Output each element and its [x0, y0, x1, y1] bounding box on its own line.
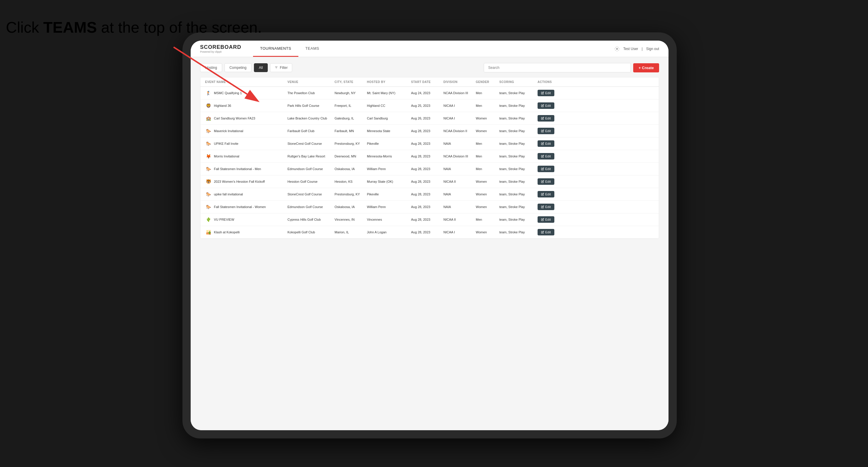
division-cell: NCAA Division III — [443, 91, 476, 95]
event-name-text: Highland 36 — [214, 104, 231, 107]
edit-button[interactable]: Edit — [537, 153, 554, 159]
division-cell: NICAA I — [443, 230, 476, 234]
pencil-icon — [541, 142, 544, 145]
edit-button[interactable]: Edit — [537, 128, 554, 134]
edit-button[interactable]: Edit — [537, 90, 554, 96]
division-cell: NAIA — [443, 205, 476, 209]
event-name-cell: 🐯 2023 Women's Hesston Fall Kickoff — [205, 178, 287, 185]
content-area: Hosting Competing All Filter + Create EV… — [191, 57, 669, 430]
table-row: 🦁 Highland 36 Park Hills Golf Course Fre… — [200, 99, 659, 112]
table-row: 🐎 upike fall invitational StoneCrest Gol… — [200, 188, 659, 201]
event-name-text: Morris Invitational — [214, 155, 239, 158]
edit-button[interactable]: Edit — [537, 216, 554, 223]
pencil-icon — [541, 92, 544, 94]
edit-button[interactable]: Edit — [537, 102, 554, 109]
instruction-text: Click TEAMS at the top of the screen. — [6, 18, 262, 38]
table-row: 🐎 Maverick Invitational Faribault Golf C… — [200, 125, 659, 137]
logo-area: SCOREBOARD Powered by clippit — [200, 44, 241, 53]
actions-cell: Edit — [537, 128, 564, 134]
tab-teams[interactable]: TEAMS — [298, 41, 326, 57]
hosting-filter-btn[interactable]: Hosting — [200, 63, 222, 72]
event-name-text: UPIKE Fall Invite — [214, 142, 238, 145]
event-name-cell: 🐎 upike fall invitational — [205, 191, 287, 197]
tablet-frame: SCOREBOARD Powered by clippit TOURNAMENT… — [182, 32, 677, 438]
event-name-cell: 🦊 Morris Invitational — [205, 153, 287, 159]
table-row: 🏫 Carl Sandburg Women FA23 Lake Bracken … — [200, 112, 659, 125]
user-name: Test User — [623, 47, 638, 51]
edit-button[interactable]: Edit — [537, 141, 554, 147]
settings-icon[interactable] — [614, 46, 620, 52]
event-icon: 🏌️ — [205, 90, 212, 96]
app-header: SCOREBOARD Powered by clippit TOURNAMENT… — [191, 41, 669, 57]
header-right: Test User | Sign out — [614, 46, 659, 52]
table-row: 🐯 2023 Women's Hesston Fall Kickoff Hess… — [200, 176, 659, 188]
svg-point-2 — [616, 48, 618, 50]
separator: | — [642, 47, 643, 51]
table-row: 🏜️ Klash at Kokopelli Kokopelli Golf Clu… — [200, 226, 659, 239]
event-name-cell: 🏌️ MSMC Qualifying 1 — [205, 90, 287, 96]
event-name-text: Fall Statesmen Invitational - Women — [214, 205, 266, 209]
gender-cell: Women — [476, 129, 499, 133]
city-cell: Oskaloosa, IA — [335, 205, 367, 209]
col-gender: GENDER — [476, 80, 499, 84]
date-cell: Aug 28, 2023 — [411, 218, 443, 221]
venue-cell: Kokopelli Golf Club — [287, 230, 335, 234]
event-name-text: 2023 Women's Hesston Fall Kickoff — [214, 180, 265, 183]
all-filter-btn[interactable]: All — [254, 63, 268, 72]
scoring-cell: team, Stroke Play — [499, 205, 537, 209]
pencil-icon — [541, 167, 544, 170]
gender-cell: Women — [476, 205, 499, 209]
search-input[interactable] — [484, 63, 631, 72]
edit-button[interactable]: Edit — [537, 115, 554, 122]
hosted-cell: Highland CC — [367, 104, 411, 107]
event-name-cell: 🦁 Highland 36 — [205, 102, 287, 109]
nav-tabs: TOURNAMENTS TEAMS — [253, 41, 326, 57]
edit-button[interactable]: Edit — [537, 191, 554, 197]
filter-btn[interactable]: Filter — [270, 63, 292, 72]
actions-cell: Edit — [537, 204, 564, 210]
gender-cell: Men — [476, 218, 499, 221]
scoring-cell: team, Stroke Play — [499, 129, 537, 133]
city-cell: Vincennes, IN — [335, 218, 367, 221]
gender-cell: Women — [476, 192, 499, 196]
tablet-screen: SCOREBOARD Powered by clippit TOURNAMENT… — [191, 41, 669, 430]
edit-button[interactable]: Edit — [537, 204, 554, 210]
date-cell: Aug 28, 2023 — [411, 129, 443, 133]
pencil-icon — [541, 218, 544, 221]
col-date: START DATE — [411, 80, 443, 84]
scoring-cell: team, Stroke Play — [499, 192, 537, 196]
event-name-cell: 🏜️ Klash at Kokopelli — [205, 229, 287, 236]
tab-tournaments[interactable]: TOURNAMENTS — [253, 41, 298, 57]
gender-cell: Men — [476, 104, 499, 107]
division-cell: NAIA — [443, 142, 476, 145]
hosted-cell: Murray State (OK) — [367, 180, 411, 183]
col-event-name: EVENT NAME — [205, 80, 287, 84]
pencil-icon — [541, 155, 544, 158]
pencil-icon — [541, 231, 544, 234]
create-button[interactable]: + Create — [633, 63, 659, 72]
division-cell: NICAA I — [443, 104, 476, 107]
actions-cell: Edit — [537, 102, 564, 109]
hosted-cell: William Penn — [367, 205, 411, 209]
sign-out-link[interactable]: Sign out — [646, 47, 659, 51]
division-cell: NICAA I — [443, 117, 476, 120]
scoring-cell: team, Stroke Play — [499, 104, 537, 107]
pencil-icon — [541, 117, 544, 120]
city-cell: Faribault, MN — [335, 129, 367, 133]
edit-button[interactable]: Edit — [537, 178, 554, 185]
scoring-cell: team, Stroke Play — [499, 155, 537, 158]
venue-cell: Lake Bracken Country Club — [287, 117, 335, 120]
edit-button[interactable]: Edit — [537, 166, 554, 172]
edit-button[interactable]: Edit — [537, 229, 554, 236]
hosted-cell: Vincennes — [367, 218, 411, 221]
scoring-cell: team, Stroke Play — [499, 167, 537, 171]
city-cell: Newburgh, NY — [335, 91, 367, 95]
event-icon: 🐎 — [205, 166, 212, 172]
gender-cell: Men — [476, 91, 499, 95]
venue-cell: StoneCrest Golf Course — [287, 192, 335, 196]
competing-filter-btn[interactable]: Competing — [224, 63, 252, 72]
actions-cell: Edit — [537, 178, 564, 185]
venue-cell: Park Hills Golf Course — [287, 104, 335, 107]
venue-cell: StoneCrest Golf Course — [287, 142, 335, 145]
city-cell: Prestonsburg, KY — [335, 192, 367, 196]
